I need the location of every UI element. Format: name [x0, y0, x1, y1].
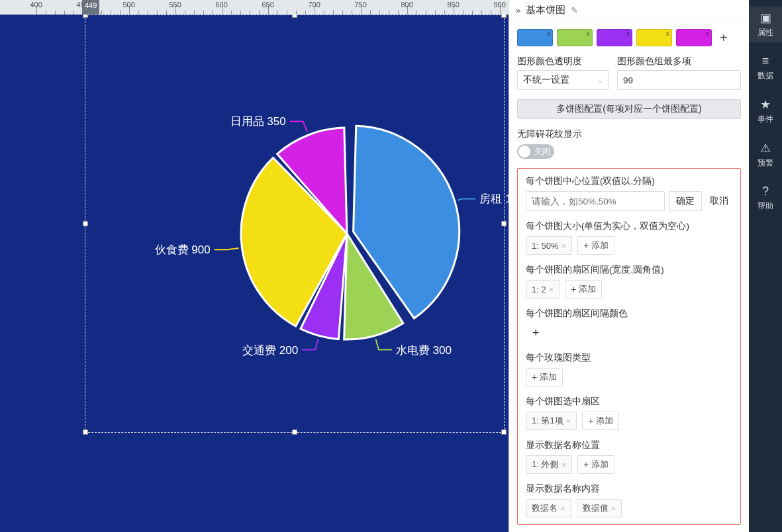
close-icon[interactable]: × — [549, 285, 554, 294]
selected-tag[interactable]: 1: 第1项× — [526, 412, 577, 430]
resize-handle[interactable] — [501, 429, 507, 435]
size-tag[interactable]: 1: 50%× — [526, 236, 572, 255]
resize-handle[interactable] — [501, 221, 507, 226]
rose-label: 每个玫瑰图类型 — [526, 352, 732, 364]
sidebar-icon: ⚠ — [760, 141, 771, 155]
collapse-icon[interactable]: » — [516, 5, 520, 15]
sidebar-label: 预警 — [758, 157, 773, 169]
center-input[interactable] — [526, 191, 665, 211]
selected-label: 每个饼图选中扇区 — [526, 396, 732, 408]
pie-label: 日用品 350 — [230, 115, 286, 128]
ruler-cursor: 449 — [82, 0, 99, 15]
close-icon[interactable]: x — [666, 29, 670, 37]
multi-pie-config-button[interactable]: 多饼图配置(每项对应一个饼图配置) — [517, 99, 741, 119]
sidebar-icon: ? — [762, 185, 769, 199]
close-icon[interactable]: × — [561, 460, 566, 470]
sidebar-label: 帮助 — [758, 200, 773, 212]
center-label: 每个饼图中心位置(双值以,分隔) — [526, 175, 732, 187]
canvas[interactable]: 400450500550600650700750800850900950 449… — [0, 0, 509, 532]
pattern-toggle[interactable]: 关闭 — [517, 144, 554, 159]
sidebar-icon: ★ — [760, 97, 771, 112]
ruler: 400450500550600650700750800850900950 449 — [0, 0, 509, 15]
color-swatch[interactable]: x — [597, 29, 632, 46]
size-add-button[interactable]: +添加 — [577, 236, 614, 255]
chevron-down-icon: ⌄ — [597, 76, 603, 85]
namepos-add-button[interactable]: +添加 — [577, 455, 614, 474]
sidebar-icon: ≡ — [762, 54, 769, 68]
gap-add-button[interactable]: +添加 — [565, 280, 602, 298]
color-swatch[interactable]: x — [557, 29, 593, 46]
maxitems-label: 图形颜色组最多项 — [617, 56, 741, 67]
resize-handle[interactable] — [83, 429, 88, 435]
color-swatch[interactable]: x — [636, 29, 672, 46]
namepos-label: 显示数据名称位置 — [526, 439, 732, 451]
close-icon[interactable]: × — [611, 504, 616, 513]
resize-handle[interactable] — [292, 429, 297, 435]
namecontent-label: 显示数据名称内容 — [526, 483, 732, 495]
selected-add-button[interactable]: +添加 — [582, 412, 619, 430]
namecontent-tag-1[interactable]: 数据名× — [526, 499, 571, 517]
sidebar-label: 事件 — [758, 114, 773, 125]
close-icon[interactable]: x — [547, 29, 551, 37]
sidebar-item-帮助[interactable]: ?帮助 — [749, 181, 782, 216]
add-color-button[interactable]: + — [716, 30, 732, 46]
selection-box[interactable]: 房租 1200水电费 300交通费 200伙食费 900日用品 350 — [85, 15, 505, 433]
close-icon[interactable]: x — [626, 29, 630, 37]
opacity-label: 图形颜色透明度 — [517, 56, 609, 67]
close-icon[interactable]: x — [706, 29, 710, 37]
close-icon[interactable]: × — [560, 504, 565, 513]
sidebar-icon: ▣ — [760, 11, 771, 25]
sidebar-item-属性[interactable]: ▣属性 — [749, 7, 782, 42]
rose-add-button[interactable]: +添加 — [526, 368, 563, 386]
opacity-select[interactable]: 不统一设置 ⌄ — [517, 70, 609, 90]
properties-panel: » 基本饼图 ✎ xxxxx+ 图形颜色透明度 不统一设置 ⌄ 图形颜色组最多项 — [509, 0, 749, 532]
namecontent-tag-2[interactable]: 数据值× — [577, 499, 622, 517]
maxitems-input[interactable] — [617, 70, 741, 90]
gapcolor-add-button[interactable]: + — [526, 324, 732, 343]
close-icon[interactable]: × — [566, 416, 571, 426]
gap-tag[interactable]: 1: 2× — [526, 280, 560, 298]
sidebar-item-数据[interactable]: ≡数据 — [749, 50, 782, 85]
color-swatch-row: xxxxx+ — [517, 29, 741, 46]
close-icon[interactable]: x — [587, 29, 591, 37]
pie-label: 交通费 200 — [242, 344, 298, 357]
pie-config-group: 每个饼图中心位置(双值以,分隔) 确定 取消 每个饼图大小(单值为实心，双值为空… — [517, 168, 741, 525]
sidebar-label: 数据 — [758, 70, 773, 81]
pie-chart: 房租 1200水电费 300交通费 200伙食费 900日用品 350 — [195, 68, 499, 373]
pie-label: 房租 1200 — [479, 193, 509, 205]
namepos-tag[interactable]: 1: 外侧× — [526, 455, 572, 474]
center-ok-button[interactable]: 确定 — [669, 191, 702, 211]
sidebar-item-事件[interactable]: ★事件 — [749, 93, 782, 129]
gapcolor-label: 每个饼图的扇区间隔颜色 — [526, 308, 732, 320]
gap-label: 每个饼图的扇区间隔(宽度,圆角值) — [526, 264, 732, 276]
pie-label: 水电费 300 — [396, 344, 452, 357]
panel-title: 基本饼图 — [526, 4, 565, 17]
pattern-label: 无障碍花纹显示 — [517, 128, 741, 140]
color-swatch[interactable]: x — [676, 29, 712, 46]
pie-label: 伙食费 900 — [155, 244, 211, 256]
color-swatch[interactable]: x — [517, 29, 553, 46]
edit-icon[interactable]: ✎ — [571, 5, 578, 15]
close-icon[interactable]: × — [561, 241, 566, 251]
sidebar-label: 属性 — [758, 27, 773, 38]
size-label: 每个饼图大小(单值为实心，双值为空心) — [526, 220, 732, 232]
right-sidebar: ▣属性≡数据★事件⚠预警?帮助 — [749, 0, 782, 532]
resize-handle[interactable] — [83, 221, 88, 226]
sidebar-item-预警[interactable]: ⚠预警 — [749, 137, 782, 173]
center-cancel-button[interactable]: 取消 — [706, 191, 732, 211]
